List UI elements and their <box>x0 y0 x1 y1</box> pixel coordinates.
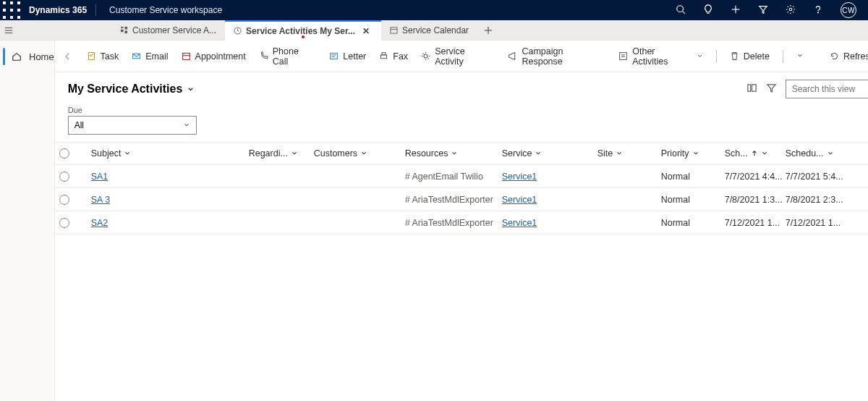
view-header: My Service Activities <box>55 72 868 103</box>
subject-link[interactable]: SA1 <box>91 172 109 182</box>
svg-rect-28 <box>88 53 94 60</box>
cmd-other-activities[interactable]: Other Activities <box>618 46 703 67</box>
tab-label: Service Activities My Ser... <box>246 26 355 36</box>
col-service[interactable]: Service <box>502 148 597 159</box>
row-select-radio[interactable] <box>59 218 69 228</box>
cmd-appointment[interactable]: Appointment <box>182 51 246 62</box>
rail-item-home[interactable]: Home <box>0 41 54 72</box>
tab-customer-service[interactable]: Customer Service A... <box>111 20 225 40</box>
svg-rect-21 <box>124 30 127 33</box>
cmd-refresh[interactable]: Refresh <box>830 51 868 62</box>
row-select-radio[interactable] <box>59 195 69 205</box>
cmd-fax[interactable]: Fax <box>379 51 408 62</box>
tab-label: Customer Service A... <box>132 25 216 35</box>
svg-rect-44 <box>748 84 751 90</box>
scheduled-start-cell: 7/7/2021 4:4... <box>725 172 786 182</box>
svg-point-9 <box>677 5 684 12</box>
settings-icon[interactable] <box>786 4 796 17</box>
subject-link[interactable]: SA2 <box>91 218 109 228</box>
delete-split-chevron[interactable] <box>796 51 804 62</box>
select-all-radio[interactable] <box>59 148 69 159</box>
cmd-phone[interactable]: Phone Call <box>259 46 317 67</box>
svg-rect-8 <box>17 16 20 19</box>
col-scheduled-start[interactable]: Sch... <box>725 148 786 159</box>
cmd-task[interactable]: Task <box>87 51 119 62</box>
col-regarding[interactable]: Regardi... <box>249 148 314 159</box>
filter-due-select[interactable]: All <box>68 116 197 135</box>
search-input[interactable] <box>792 84 868 94</box>
tab-service-calendar[interactable]: Service Calendar <box>381 20 477 40</box>
scheduled-start-cell: 7/8/2021 1:3... <box>725 195 786 205</box>
svg-rect-22 <box>121 27 124 28</box>
priority-cell: Normal <box>661 195 725 205</box>
separator <box>716 50 717 63</box>
cmd-email[interactable]: Email <box>132 51 168 62</box>
svg-rect-20 <box>124 27 127 30</box>
cmd-campaign[interactable]: Campaign Response <box>508 46 605 67</box>
svg-rect-45 <box>752 84 756 90</box>
svg-rect-1 <box>10 1 13 4</box>
workspace-name[interactable]: Customer Service workspace <box>96 5 235 15</box>
scheduled-start-cell: 7/12/2021 1... <box>725 218 786 228</box>
resources-cell: # AriaTestMdlExporter <box>405 218 502 228</box>
user-avatar[interactable]: CW <box>841 2 856 18</box>
subject-link[interactable]: SA 3 <box>91 195 110 205</box>
svg-rect-6 <box>3 16 6 19</box>
col-scheduled-end[interactable]: Schedu... <box>786 148 849 159</box>
svg-rect-7 <box>10 16 13 19</box>
col-resources[interactable]: Resources <box>405 148 502 159</box>
add-icon[interactable] <box>731 4 741 17</box>
grid-header: Subject Regardi... Customers Resources S… <box>55 142 868 165</box>
cmd-letter[interactable]: Letter <box>329 51 366 62</box>
separator <box>783 50 783 63</box>
resources-cell: # AriaTestMdlExporter <box>405 195 502 205</box>
col-subject[interactable]: Subject <box>91 148 249 159</box>
table-row[interactable]: SA 3# AriaTestMdlExporterService1Normal7… <box>55 188 868 211</box>
search-view-box[interactable] <box>786 80 868 98</box>
sort-asc-icon <box>751 150 758 157</box>
back-icon[interactable] <box>62 51 74 62</box>
svg-point-15 <box>818 12 819 12</box>
command-bar: Task Email Appointment Phone Call Letter… <box>55 41 868 72</box>
rail-item-label: Home <box>29 51 54 62</box>
table-row[interactable]: SA2# AriaTestMdlExporterService1Normal7/… <box>55 211 868 235</box>
search-icon[interactable] <box>676 4 686 17</box>
service-link[interactable]: Service1 <box>502 218 537 228</box>
svg-rect-3 <box>3 9 6 12</box>
svg-rect-36 <box>382 53 386 55</box>
global-navbar: Dynamics 365 Customer Service workspace … <box>0 0 868 20</box>
service-link[interactable]: Service1 <box>502 195 537 205</box>
lightbulb-icon[interactable] <box>703 4 713 17</box>
sidebar-toggle[interactable] <box>0 20 17 40</box>
cmd-delete[interactable]: Delete <box>730 51 770 62</box>
app-launcher-icon[interactable] <box>3 1 20 19</box>
scheduled-end-cell: 7/12/2021 1... <box>786 218 849 228</box>
cmd-service-activity[interactable]: Service Activity <box>421 46 495 67</box>
service-link[interactable]: Service1 <box>502 172 537 182</box>
filter-icon[interactable] <box>758 4 768 17</box>
tabstrip: Customer Service A... Service Activities… <box>0 20 868 41</box>
table-row[interactable]: SA1# AgentEmail TwilioService1Normal7/7/… <box>55 165 868 188</box>
svg-line-10 <box>683 11 686 14</box>
help-icon[interactable] <box>813 4 823 17</box>
filter-by-icon[interactable] <box>766 83 777 96</box>
brand-name[interactable]: Dynamics 365 <box>20 5 95 15</box>
row-select-radio[interactable] <box>59 172 69 182</box>
tab-label: Service Calendar <box>402 25 469 35</box>
svg-rect-2 <box>17 1 20 4</box>
resources-cell: # AgentEmail Twilio <box>405 172 502 182</box>
tab-service-activities[interactable]: Service Activities My Ser... ✕ <box>225 20 381 40</box>
svg-rect-19 <box>121 30 124 33</box>
filter-row: Due All <box>55 103 868 142</box>
edit-columns-icon[interactable] <box>746 83 757 96</box>
filter-due-label: Due <box>68 106 868 114</box>
svg-rect-4 <box>10 9 13 12</box>
scheduled-end-cell: 7/7/2021 5:4... <box>786 172 849 182</box>
tab-add-icon[interactable] <box>477 20 499 40</box>
col-customers[interactable]: Customers <box>314 148 405 159</box>
col-priority[interactable]: Priority <box>661 148 725 159</box>
view-picker[interactable]: My Service Activities <box>68 83 195 96</box>
tab-close-icon[interactable]: ✕ <box>359 26 373 36</box>
col-site[interactable]: Site <box>597 148 661 159</box>
svg-point-14 <box>789 8 792 11</box>
